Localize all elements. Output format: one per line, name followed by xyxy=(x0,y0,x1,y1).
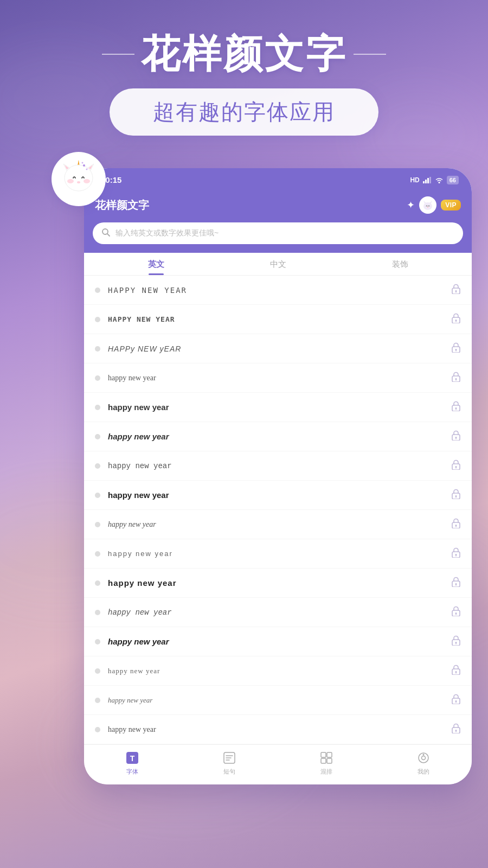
font-text: HAPPy NEW yEAR xyxy=(108,344,451,353)
main-title: 花样颜文字 xyxy=(141,33,347,75)
lock-icon[interactable] xyxy=(451,635,461,648)
header-cat-icon xyxy=(419,196,436,214)
font-text: happy new year xyxy=(108,696,451,705)
font-text: HAPPY NEW YEAR xyxy=(108,286,451,295)
svg-rect-14 xyxy=(425,180,427,183)
mixed-nav-icon xyxy=(319,750,334,765)
signal-icon xyxy=(423,177,432,183)
font-text: happy new year xyxy=(108,637,451,646)
font-dot xyxy=(95,727,100,732)
font-dot xyxy=(95,551,100,557)
lock-icon[interactable] xyxy=(451,664,461,678)
font-row[interactable]: happy new year xyxy=(84,393,472,422)
svg-point-12 xyxy=(82,162,84,164)
svg-point-10 xyxy=(83,164,85,167)
mixed-icon-svg xyxy=(320,751,333,764)
lock-icon[interactable] xyxy=(451,547,461,560)
font-dot xyxy=(95,434,100,439)
svg-point-9 xyxy=(77,181,80,183)
tabs-bar: 英文 中文 装饰 xyxy=(84,253,472,276)
lock-icon[interactable] xyxy=(451,400,461,414)
lock-icon[interactable] xyxy=(451,576,461,590)
lock-icon[interactable] xyxy=(451,488,461,502)
font-row[interactable]: happy new year xyxy=(84,569,472,598)
wifi-icon xyxy=(435,177,444,183)
lock-icon[interactable] xyxy=(451,430,461,443)
svg-point-17 xyxy=(438,182,440,183)
nav-item-sentence[interactable]: 短句 xyxy=(222,750,237,776)
svg-marker-20 xyxy=(429,201,432,203)
nav-label-sentence: 短句 xyxy=(223,768,235,776)
hd-label: HD xyxy=(410,176,419,184)
mascot-circle xyxy=(52,152,106,206)
font-text: happy new year xyxy=(108,520,451,529)
font-text: happy new year xyxy=(108,725,451,734)
font-row[interactable]: happy new year xyxy=(84,598,472,627)
font-row[interactable]: happy new year xyxy=(84,715,472,744)
tab-chinese[interactable]: 中文 xyxy=(270,259,286,275)
sentence-icon-svg xyxy=(223,751,236,764)
lock-icon[interactable] xyxy=(451,605,461,619)
lock-icon[interactable] xyxy=(451,342,461,355)
font-row[interactable]: happy new year xyxy=(84,422,472,451)
nav-item-mixed[interactable]: 混排 xyxy=(319,750,334,776)
status-icons: HD 66 xyxy=(410,176,459,184)
tab-english[interactable]: 英文 xyxy=(148,259,164,275)
app-header: 花样颜文字 ✦ VIP xyxy=(84,192,472,222)
font-dot xyxy=(95,610,100,615)
title-line-left xyxy=(102,54,134,55)
lock-icon[interactable] xyxy=(451,518,461,531)
lock-icon[interactable] xyxy=(451,371,461,385)
svg-point-83 xyxy=(421,756,425,760)
vip-badge[interactable]: VIP xyxy=(441,200,461,210)
nav-label-mixed: 混排 xyxy=(320,768,332,776)
font-text: happy new year xyxy=(108,667,451,675)
unicorn-mascot-svg xyxy=(57,157,100,201)
svg-point-84 xyxy=(422,754,424,756)
search-bar[interactable]: 输入纯英文或数字效果更佳哦~ xyxy=(93,222,463,244)
font-dot xyxy=(95,405,100,410)
svg-point-8 xyxy=(84,179,90,183)
lock-icon[interactable] xyxy=(451,312,461,326)
font-row[interactable]: HAPPy NEW yEAR xyxy=(84,334,472,363)
nav-label-mine: 我的 xyxy=(418,768,429,776)
lock-icon[interactable] xyxy=(451,459,461,473)
lock-icon[interactable] xyxy=(451,283,461,297)
svg-rect-16 xyxy=(429,177,431,183)
font-text: HAPPY NEW YEAR xyxy=(108,315,451,323)
nav-item-mine[interactable]: 我的 xyxy=(416,750,431,776)
font-text: happy new year xyxy=(108,608,451,617)
font-row[interactable]: HAPPY NEW YEAR xyxy=(84,276,472,305)
font-text: happy new year xyxy=(108,462,451,470)
font-row[interactable]: happy new year xyxy=(84,451,472,481)
svg-rect-78 xyxy=(321,752,326,757)
lock-icon[interactable] xyxy=(451,723,461,736)
nav-item-font[interactable]: T 字体 xyxy=(125,750,140,776)
font-row[interactable]: happy new year xyxy=(84,686,472,715)
font-row[interactable]: happy new year xyxy=(84,363,472,393)
svg-rect-81 xyxy=(327,758,332,763)
mine-icon-svg xyxy=(417,751,430,764)
svg-marker-19 xyxy=(423,201,426,203)
font-row[interactable]: happy new year xyxy=(84,656,472,686)
font-dot xyxy=(95,288,100,293)
font-text: happy new year xyxy=(108,550,451,558)
bottom-nav: T 字体 短句 xyxy=(84,744,472,784)
svg-point-21 xyxy=(427,207,428,208)
tab-decoration[interactable]: 装饰 xyxy=(392,259,408,275)
font-row[interactable]: HAPPY NEW YEAR xyxy=(84,305,472,334)
font-row[interactable]: happy new year xyxy=(84,627,472,656)
svg-rect-80 xyxy=(321,758,326,763)
nav-label-font: 字体 xyxy=(126,768,138,776)
lock-icon[interactable] xyxy=(451,693,461,707)
svg-point-7 xyxy=(67,179,74,183)
font-row[interactable]: happy new year xyxy=(84,481,472,510)
font-dot xyxy=(95,375,100,381)
font-row[interactable]: happy new year xyxy=(84,510,472,539)
font-dot xyxy=(95,522,100,527)
font-dot xyxy=(95,317,100,322)
font-dot xyxy=(95,698,100,703)
font-row[interactable]: happy new year xyxy=(84,539,472,569)
svg-text:T: T xyxy=(130,754,135,763)
search-icon xyxy=(101,228,110,239)
